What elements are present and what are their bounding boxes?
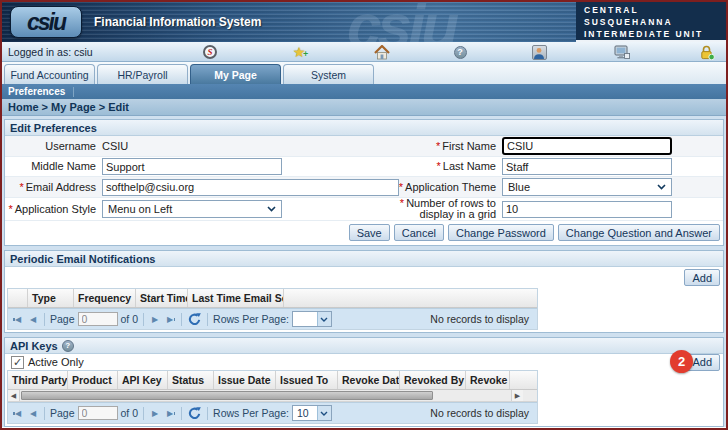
breadcrumb: Home > My Page > Edit: [2, 99, 726, 116]
periodic-email-section: Periodic Email Notifications Add Type Fr…: [4, 250, 724, 333]
first-name-input[interactable]: [502, 137, 672, 155]
save-button[interactable]: Save: [349, 224, 390, 241]
page-label: Page: [50, 407, 75, 419]
menu-bar: Preferences: [2, 84, 726, 99]
of-label: of 0: [121, 313, 139, 325]
api-keys-help-icon[interactable]: ?: [62, 340, 74, 352]
first-page-button[interactable]: ◀: [12, 315, 24, 324]
first-page-button[interactable]: ◀: [12, 409, 24, 418]
help-icon[interactable]: ?: [452, 44, 468, 60]
home-icon[interactable]: [374, 44, 390, 60]
form-row: Middle Name *Last Name: [5, 157, 723, 177]
grid-header-row: Third Party Product API Key Status Issue…: [8, 371, 537, 390]
column-header[interactable]: Revoke: [466, 371, 510, 389]
chevron-down-icon: [317, 312, 331, 326]
horizontal-scrollbar[interactable]: ◀ ▶: [8, 390, 537, 402]
username-value: CSIU: [102, 139, 369, 153]
last-name-label: *Last Name: [369, 161, 502, 172]
column-header[interactable]: Revoked By: [400, 371, 466, 389]
menu-item-preferences[interactable]: Preferences: [8, 86, 73, 97]
csiu-watermark-logo: csiu: [347, 2, 455, 42]
no-records-label: No records to display: [430, 313, 533, 325]
logged-in-label: Logged in as: csiu: [8, 46, 93, 58]
column-header[interactable]: Third Party: [8, 371, 68, 389]
main-tab-bar: Fund Accounting HR/Payroll My Page Syste…: [2, 62, 726, 84]
middle-name-label: Middle Name: [5, 161, 102, 172]
rows-per-page-select[interactable]: 10: [292, 405, 332, 421]
cancel-button[interactable]: Cancel: [394, 224, 444, 241]
tab-hr-payroll[interactable]: HR/Payroll: [97, 64, 188, 84]
column-header[interactable]: Issue Date: [214, 371, 276, 389]
last-page-button[interactable]: ▶: [164, 409, 176, 418]
next-page-button[interactable]: ▶: [149, 409, 161, 418]
form-buttons-row: Save Cancel Change Password Change Quest…: [5, 221, 723, 245]
rows-in-grid-input[interactable]: [502, 201, 672, 218]
periodic-email-grid: Type Frequency Start Time Last Time Emai…: [7, 288, 538, 330]
org-line: CENTRAL: [584, 4, 726, 16]
scrollbar-thumb[interactable]: [21, 391, 433, 400]
rows-per-page-select[interactable]: [292, 311, 332, 327]
chevron-down-icon: [267, 206, 276, 212]
periodic-add-button[interactable]: Add: [684, 269, 720, 286]
scroll-right-arrow[interactable]: ▶: [511, 390, 523, 401]
periodic-email-header: Periodic Email Notifications: [5, 251, 723, 267]
active-only-label: Active Only: [28, 356, 84, 368]
refresh-icon[interactable]: [187, 406, 202, 421]
column-header[interactable]: Product: [68, 371, 118, 389]
periodic-pager: ◀ ◀ Page of 0 ▶ ▶ Rows Per Page:: [8, 308, 537, 329]
org-line: INTERMEDIATE UNIT: [584, 28, 726, 40]
api-keys-pager: ◀ ◀ Page of 0 ▶ ▶ Rows Per Page:: [8, 402, 537, 423]
column-header[interactable]: Status: [168, 371, 214, 389]
section-title: Periodic Email Notifications: [10, 253, 155, 265]
last-page-button[interactable]: ▶: [164, 315, 176, 324]
page-number-input[interactable]: [78, 406, 118, 420]
section-title: API Keys: [10, 340, 58, 352]
last-name-input[interactable]: [502, 158, 672, 175]
tab-system[interactable]: System: [283, 64, 374, 84]
section-title: Edit Preferences: [10, 122, 97, 134]
change-question-answer-button[interactable]: Change Question and Answer: [558, 224, 720, 241]
scroll-left-arrow[interactable]: ◀: [8, 390, 20, 401]
api-keys-section: API Keys ? ✓ Active Only Add Third Party…: [4, 337, 724, 427]
menu-divider: [73, 87, 74, 97]
refresh-icon[interactable]: [187, 312, 202, 327]
edit-preferences-header: Edit Preferences: [5, 120, 723, 136]
rows-in-grid-label: *Number of rows to display in a grid: [369, 198, 502, 220]
favorite-add-icon[interactable]: ★+: [291, 44, 307, 60]
first-name-label: *First Name: [369, 141, 502, 152]
tab-fund-accounting[interactable]: Fund Accounting: [4, 64, 95, 84]
page-label: Page: [50, 313, 75, 325]
column-header[interactable]: Type: [28, 289, 74, 307]
prev-page-button[interactable]: ◀: [27, 409, 39, 418]
column-header[interactable]: API Key: [118, 371, 168, 389]
form-row: Username CSIU *First Name: [5, 136, 723, 157]
application-style-select[interactable]: Menu on Left: [102, 200, 282, 218]
top-toolbar: Logged in as: csiu S ★+ ?: [2, 42, 726, 62]
page-content: Edit Preferences Username CSIU *First Na…: [2, 116, 726, 427]
next-page-button[interactable]: ▶: [149, 315, 161, 324]
middle-name-input[interactable]: [102, 158, 282, 175]
application-theme-select[interactable]: Blue: [502, 178, 672, 196]
column-header[interactable]: Start Time: [136, 289, 188, 307]
periodic-add-row: Add: [5, 267, 723, 288]
security-lock-icon[interactable]: [699, 44, 715, 60]
csiu-logo: csiu: [10, 6, 82, 38]
column-header[interactable]: Frequency: [74, 289, 136, 307]
email-address-input[interactable]: [102, 179, 399, 196]
active-only-checkbox[interactable]: ✓: [11, 356, 24, 369]
rows-per-page-label: Rows Per Page:: [213, 313, 289, 325]
app-header: csiu csiu Financial Information System C…: [2, 2, 726, 42]
column-header[interactable]: Last Time Email Sent: [188, 289, 284, 307]
edit-preferences-section: Edit Preferences Username CSIU *First Na…: [4, 119, 724, 246]
user-profile-icon[interactable]: [531, 44, 547, 60]
workstation-icon[interactable]: [614, 44, 630, 60]
org-line: SUSQUEHANNA: [584, 16, 726, 28]
column-header[interactable]: Revoke Date: [338, 371, 400, 389]
change-password-button[interactable]: Change Password: [448, 224, 554, 241]
prev-page-button[interactable]: ◀: [27, 315, 39, 324]
form-row: *Email Address *Application Theme Blue: [5, 177, 723, 198]
csiu-s-icon[interactable]: S: [202, 44, 218, 60]
page-number-input[interactable]: [78, 312, 118, 326]
column-header[interactable]: Issued To: [276, 371, 338, 389]
tab-my-page[interactable]: My Page: [190, 64, 281, 84]
